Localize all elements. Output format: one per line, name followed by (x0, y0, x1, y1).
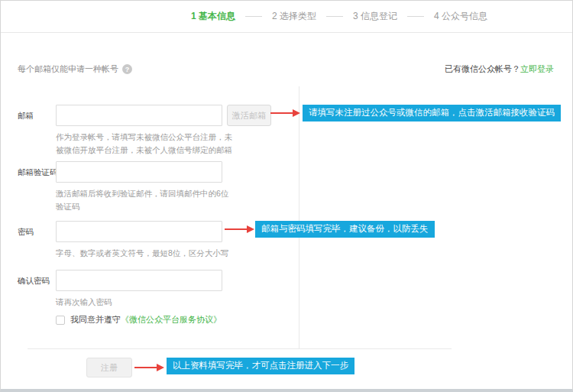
activate-email-button[interactable]: 激活邮箱 (227, 105, 271, 126)
email-code-helper-text: 激活邮箱后将收到验证邮件，请回填邮件中的6位验证码 (56, 187, 236, 213)
agreement-text: 我同意并遵守 (70, 314, 121, 326)
red-arrow-icon (134, 364, 165, 371)
vertical-divider (299, 86, 299, 348)
red-arrow-icon (270, 109, 301, 117)
red-arrow-icon (225, 225, 255, 233)
confirm-password-label: 确认密码 (18, 276, 50, 287)
step-separator (407, 16, 424, 17)
step-separator (245, 16, 262, 17)
email-limit-note-text: 每个邮箱仅能申请一种帐号 (18, 63, 118, 75)
step-basic-info: 1 基本信息 (191, 10, 235, 23)
step-choose-type: 2 选择类型 (272, 10, 316, 23)
email-helper-text: 作为登录帐号，请填写未被微信公众平台注册，未被微信开放平台注册，未被个人微信号绑… (56, 131, 236, 157)
email-input[interactable] (56, 105, 222, 126)
email-annotation-tooltip: 请填写未注册过公众号或微信的邮箱，点击激活邮箱接收验证码 (303, 105, 561, 121)
horizontal-divider (28, 348, 452, 349)
help-question-icon[interactable]: ? (122, 64, 132, 74)
agreement-row: 我同意并遵守《微信公众平台服务协议》 (56, 314, 222, 326)
confirm-password-input[interactable] (56, 270, 222, 291)
login-now-link[interactable]: 立即登录 (520, 64, 554, 73)
existing-account-prompt: 已有微信公众帐号？立即登录 (445, 63, 554, 75)
password-annotation-tooltip: 邮箱与密码填写完毕，建议备份，以防丢失 (255, 221, 435, 238)
password-label: 密码 (18, 227, 34, 238)
registration-page: 1 基本信息 2 选择类型 3 信息登记 4 公众号信息 每个邮箱仅能申请一种帐… (0, 0, 573, 392)
confirm-password-helper-text: 请再次输入密码 (56, 296, 112, 309)
login-prompt-text: 已有微信公众帐号？ (445, 64, 520, 73)
password-input[interactable] (56, 221, 222, 242)
step-account-info: 4 公众号信息 (434, 10, 487, 23)
password-helper-text: 字母、数字或者英文符号，最短8位，区分大小写 (56, 247, 228, 260)
step-separator (326, 16, 343, 17)
register-annotation-tooltip: 以上资料填写完毕，才可点击注册进入下一步 (167, 358, 354, 374)
register-button[interactable]: 注册 (86, 358, 132, 377)
agreement-checkbox[interactable] (56, 316, 65, 325)
email-limit-note: 每个邮箱仅能申请一种帐号 ? (18, 63, 132, 75)
email-code-label: 邮箱验证码 (18, 167, 58, 178)
email-label: 邮箱 (18, 111, 34, 121)
service-agreement-link[interactable]: 《微信公众平台服务协议》 (121, 314, 222, 326)
stepper: 1 基本信息 2 选择类型 3 信息登记 4 公众号信息 (1, 1, 572, 33)
email-code-input[interactable] (56, 161, 222, 183)
step-info-register: 3 信息登记 (353, 10, 397, 23)
